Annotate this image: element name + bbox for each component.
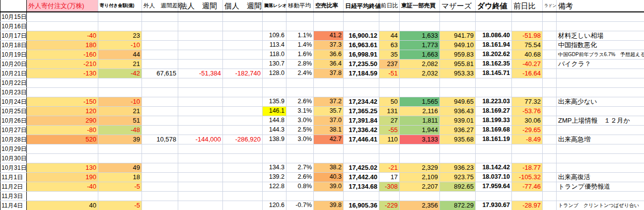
cell-n[interactable]: 17.930.67 bbox=[476, 201, 512, 210]
cell-n[interactable]: 18.202.62 bbox=[476, 50, 512, 59]
cell-f[interactable] bbox=[223, 172, 263, 182]
cell-h[interactable] bbox=[286, 12, 314, 21]
cell-k[interactable] bbox=[379, 87, 400, 97]
cell-q[interactable] bbox=[557, 163, 644, 172]
cell-h[interactable] bbox=[286, 191, 314, 201]
cell-d[interactable] bbox=[142, 172, 178, 182]
cell-g[interactable] bbox=[263, 21, 286, 31]
cell-j[interactable] bbox=[344, 153, 379, 163]
cell-p[interactable] bbox=[543, 69, 557, 78]
cell-l[interactable]: 1,944 bbox=[400, 125, 440, 135]
cell-b[interactable] bbox=[27, 153, 98, 163]
cell-b[interactable]: 40 bbox=[27, 201, 98, 210]
cell-h[interactable]: 2.8% bbox=[286, 59, 314, 69]
cell-e[interactable] bbox=[178, 116, 223, 125]
cell-c[interactable]: -42 bbox=[98, 69, 142, 78]
cell-q[interactable]: ZMP上場情報 １２月か bbox=[557, 116, 644, 125]
date-cell[interactable]: 10月16日 bbox=[0, 21, 27, 31]
cell-h[interactable]: 1.4% bbox=[286, 40, 314, 50]
cell-o[interactable]: 30.06 bbox=[512, 116, 543, 125]
cell-e[interactable] bbox=[178, 172, 223, 182]
cell-q[interactable]: バイクラ？ bbox=[557, 59, 644, 69]
cell-i[interactable]: 37.2 bbox=[314, 97, 344, 106]
cell-c[interactable] bbox=[98, 87, 142, 97]
cell-k[interactable]: 131 bbox=[379, 106, 400, 116]
cell-b[interactable]: -160 bbox=[27, 50, 98, 59]
cell-j[interactable]: 17,446.41 bbox=[344, 135, 379, 144]
cell-p[interactable] bbox=[543, 191, 557, 201]
cell-l[interactable]: 2,356 bbox=[400, 201, 440, 210]
cell-o[interactable] bbox=[512, 153, 543, 163]
col-header-c[interactable]: 寄り付き金額(億) bbox=[98, 0, 142, 12]
cell-m[interactable]: 872.29 bbox=[440, 201, 476, 210]
cell-i[interactable]: 37.0 bbox=[314, 116, 344, 125]
date-cell[interactable]: 10月18日 bbox=[0, 40, 27, 50]
cell-h[interactable]: 3.0% bbox=[286, 135, 314, 144]
cell-n[interactable]: 18.199.33 bbox=[476, 116, 512, 125]
date-cell[interactable]: 10月24日 bbox=[0, 97, 27, 106]
col-header-l[interactable]: 東証一部売買 bbox=[400, 0, 440, 12]
cell-k[interactable]: -51 bbox=[379, 69, 400, 78]
cell-g[interactable]: 130.7 bbox=[263, 59, 286, 69]
cell-k[interactable]: 237 bbox=[379, 59, 400, 69]
cell-p[interactable] bbox=[543, 59, 557, 69]
cell-h[interactable]: 1.1% bbox=[286, 31, 314, 40]
cell-o[interactable]: 77.32 bbox=[512, 97, 543, 106]
cell-p[interactable] bbox=[543, 78, 557, 87]
date-cell[interactable]: 10月19日 bbox=[0, 50, 27, 59]
cell-i[interactable]: 35.7 bbox=[314, 106, 344, 116]
date-cell[interactable]: 10月27日 bbox=[0, 125, 27, 135]
date-cell[interactable]: 10月26日 bbox=[0, 116, 27, 125]
cell-q[interactable] bbox=[557, 106, 644, 116]
cell-m[interactable]: 955.81 bbox=[440, 59, 476, 69]
cell-i[interactable]: 37.8 bbox=[314, 69, 344, 78]
cell-p[interactable] bbox=[543, 31, 557, 40]
cell-d[interactable] bbox=[142, 182, 178, 191]
cell-e[interactable] bbox=[178, 201, 223, 210]
cell-n[interactable]: 18.169.27 bbox=[476, 106, 512, 116]
cell-q[interactable]: 材料乏しい相場 bbox=[557, 31, 644, 40]
cell-p[interactable] bbox=[543, 125, 557, 135]
cell-c[interactable]: -10 bbox=[98, 40, 142, 50]
cell-b[interactable]: 180 bbox=[27, 40, 98, 50]
date-cell[interactable]: 10月22日 bbox=[0, 78, 27, 87]
cell-l[interactable]: 2,329 bbox=[400, 163, 440, 172]
cell-p[interactable] bbox=[543, 163, 557, 172]
cell-d[interactable] bbox=[142, 125, 178, 135]
cell-d[interactable] bbox=[142, 97, 178, 106]
cell-f[interactable] bbox=[223, 59, 263, 69]
cell-p[interactable] bbox=[543, 153, 557, 163]
cell-l[interactable]: 2,109 bbox=[400, 172, 440, 182]
cell-e[interactable] bbox=[178, 191, 223, 201]
cell-m[interactable] bbox=[440, 153, 476, 163]
cell-c[interactable] bbox=[98, 78, 142, 87]
cell-f[interactable] bbox=[223, 50, 263, 59]
cell-j[interactable]: 16,998.91 bbox=[344, 50, 379, 59]
cell-k[interactable] bbox=[379, 78, 400, 87]
cell-m[interactable]: 936.43 bbox=[440, 106, 476, 116]
cell-j[interactable] bbox=[344, 144, 379, 153]
cell-i[interactable]: 39.0 bbox=[314, 182, 344, 191]
cell-l[interactable]: 1,773 bbox=[400, 40, 440, 50]
cell-b[interactable]: -40 bbox=[27, 182, 98, 191]
cell-c[interactable]: 39 bbox=[98, 135, 142, 144]
cell-q[interactable] bbox=[557, 144, 644, 153]
cell-c[interactable]: 49 bbox=[98, 163, 142, 172]
cell-n[interactable] bbox=[476, 12, 512, 21]
cell-d[interactable] bbox=[142, 153, 178, 163]
cell-l[interactable] bbox=[400, 12, 440, 21]
cell-f[interactable] bbox=[223, 12, 263, 21]
cell-j[interactable]: 16,905.36 bbox=[344, 201, 379, 210]
cell-d[interactable] bbox=[142, 31, 178, 40]
cell-k[interactable]: 50 bbox=[379, 97, 400, 106]
cell-p[interactable] bbox=[543, 144, 557, 153]
cell-m[interactable] bbox=[440, 191, 476, 201]
cell-c[interactable]: -10 bbox=[98, 97, 142, 106]
date-cell[interactable]: 10月17日 bbox=[0, 31, 27, 40]
cell-h[interactable]: 3.0% bbox=[286, 116, 314, 125]
cell-i[interactable]: 36.6 bbox=[314, 50, 344, 59]
cell-d[interactable]: 10,578 bbox=[142, 135, 178, 144]
cell-k[interactable]: 44 bbox=[379, 31, 400, 40]
cell-h[interactable] bbox=[286, 21, 314, 31]
cell-c[interactable] bbox=[98, 153, 142, 163]
